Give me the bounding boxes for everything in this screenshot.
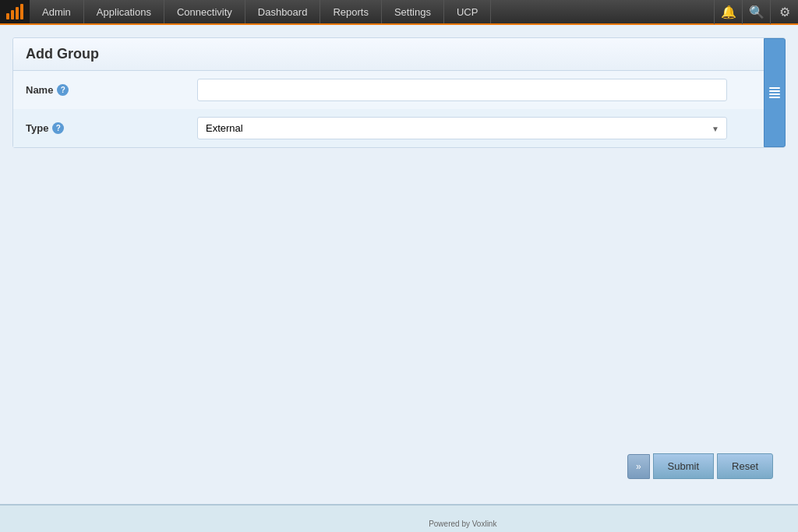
logo-bar-3 bbox=[16, 7, 19, 19]
collapse-button[interactable]: » bbox=[627, 454, 650, 479]
card-header: Add Group bbox=[13, 38, 785, 71]
top-navigation: Admin Applications Connectivity Dashboar… bbox=[0, 0, 798, 25]
name-label: Name ? bbox=[26, 84, 197, 96]
notify-icon: 🔔 bbox=[721, 5, 736, 19]
footer-text: Powered by Voxlink FreePBX is a register… bbox=[398, 518, 527, 532]
reset-button[interactable]: Reset bbox=[717, 453, 773, 479]
name-input-wrap bbox=[197, 79, 772, 101]
search-button[interactable]: 🔍 bbox=[742, 0, 770, 24]
nav-items: Admin Applications Connectivity Dashboar… bbox=[30, 0, 714, 23]
logo-bars bbox=[6, 4, 23, 19]
type-label: Type ? bbox=[26, 122, 197, 134]
logo bbox=[0, 0, 30, 23]
type-select[interactable]: External Internal bbox=[197, 117, 727, 139]
type-select-wrap: External Internal bbox=[197, 117, 772, 139]
main-content: Add Group Name ? Type ? bbox=[0, 25, 798, 504]
content-spacer bbox=[12, 160, 786, 441]
nav-item-applications[interactable]: Applications bbox=[84, 0, 164, 23]
type-row: Type ? External Internal bbox=[13, 109, 785, 147]
logo-bar-2 bbox=[11, 10, 14, 19]
search-icon: 🔍 bbox=[749, 5, 764, 19]
list-icon bbox=[766, 84, 783, 101]
name-help-icon[interactable]: ? bbox=[57, 84, 69, 96]
notify-button[interactable]: 🔔 bbox=[714, 0, 742, 24]
form-body: Name ? Type ? External Internal bbox=[13, 71, 785, 147]
type-help-icon[interactable]: ? bbox=[52, 122, 64, 134]
logo-bar-4 bbox=[20, 4, 23, 19]
nav-item-admin[interactable]: Admin bbox=[30, 0, 84, 23]
logo-bar-1 bbox=[6, 13, 9, 19]
add-group-card: Add Group Name ? Type ? bbox=[12, 37, 786, 148]
settings-button[interactable]: ⚙ bbox=[770, 0, 798, 24]
powered-by: Powered by Voxlink bbox=[398, 518, 527, 530]
nav-item-settings[interactable]: Settings bbox=[382, 0, 444, 23]
nav-item-ucp[interactable]: UCP bbox=[444, 0, 491, 23]
sidebar-toggle-button[interactable] bbox=[764, 38, 786, 147]
nav-item-reports[interactable]: Reports bbox=[320, 0, 382, 23]
name-input[interactable] bbox=[197, 79, 727, 101]
page-title: Add Group bbox=[26, 46, 99, 62]
nav-item-dashboard[interactable]: Dashboard bbox=[245, 0, 321, 23]
nav-right: 🔔 🔍 ⚙ bbox=[714, 0, 798, 23]
gear-icon: ⚙ bbox=[779, 5, 790, 19]
action-bar: » Submit Reset bbox=[12, 441, 786, 491]
name-row: Name ? bbox=[13, 71, 785, 109]
submit-button[interactable]: Submit bbox=[653, 453, 714, 479]
type-select-wrapper: External Internal bbox=[197, 117, 727, 139]
nav-item-connectivity[interactable]: Connectivity bbox=[164, 0, 245, 23]
footer: voxlink Powered by Voxlink FreePBX is a … bbox=[0, 504, 798, 532]
